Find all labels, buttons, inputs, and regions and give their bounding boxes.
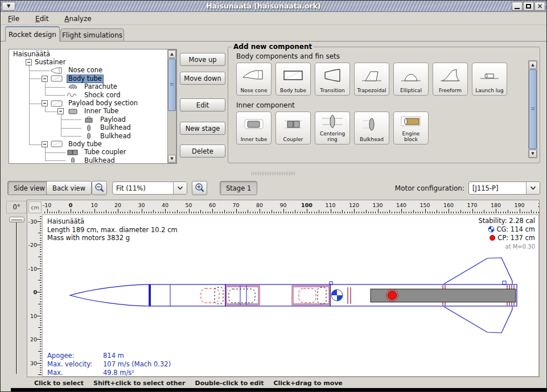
add-inner-tube-button[interactable]: Inner tube (236, 112, 272, 145)
body-components-label: Body components and fin sets (236, 52, 534, 60)
scroll-down-icon[interactable]: ▼ (529, 150, 537, 158)
tree-item-label[interactable]: Body tube (67, 141, 103, 148)
rotation-slider-handle[interactable] (9, 217, 24, 222)
tree-scrollbar-thumb[interactable] (168, 59, 176, 111)
component-scrollbar-thumb[interactable] (529, 69, 537, 149)
tree-item-label[interactable]: Inner Tube (83, 108, 120, 115)
tree-item[interactable]: Nose cone (10, 67, 167, 75)
tree-item[interactable]: Payload (10, 115, 167, 123)
ruler-tick (40, 238, 42, 238)
ruler-tick (326, 212, 326, 214)
tree-item-label[interactable]: Payload (99, 116, 127, 123)
tree-expander-icon[interactable] (42, 100, 48, 106)
tree-item-label[interactable]: Sustainer (34, 59, 67, 66)
delete-button[interactable]: Delete (180, 145, 225, 158)
ruler-tick (387, 212, 388, 214)
ruler-tick (267, 212, 268, 214)
tree-item[interactable]: Bulkhead (10, 132, 167, 140)
motor-configuration-label: Motor configuration: (395, 181, 464, 195)
zoom-in-button[interactable] (192, 181, 207, 195)
split-pane-divider[interactable] (1, 167, 546, 180)
tab-rocket-design[interactable]: Rocket design (5, 26, 60, 42)
stage-1-toggle[interactable]: Stage 1 (220, 181, 257, 195)
menu-edit[interactable]: Edit (34, 14, 50, 24)
zoom-select[interactable]: Fit (11%) (112, 181, 187, 195)
tree-expander-icon[interactable] (42, 76, 48, 82)
tree-item[interactable]: Body tube (10, 140, 167, 148)
component-scrollbar[interactable]: ▲ ▼ (528, 60, 537, 158)
close-button[interactable]: ✕ (534, 2, 545, 11)
tree-item-label[interactable]: Nose cone (67, 67, 104, 74)
ruler-tick (272, 210, 272, 213)
title-bar[interactable]: ▼ Haisunäätä (haisunaata.ork) ✕ (1, 1, 546, 12)
tree-item[interactable]: Bulkhead (10, 124, 167, 132)
desktop-strip (11, 388, 546, 391)
rotation-slider-track[interactable] (16, 219, 18, 374)
tree-item-label[interactable]: Shock cord (83, 92, 121, 99)
ruler-tick (467, 212, 468, 214)
maximize-button[interactable] (523, 2, 534, 11)
tree-item-label[interactable]: Haisunäätä (12, 51, 51, 58)
tree-item[interactable]: Haisunäätä (10, 50, 167, 58)
add-engine-block-button[interactable]: Engine block (393, 112, 429, 145)
menu-analyze[interactable]: Analyze (63, 14, 93, 24)
tree-scrollbar[interactable]: ▲ ▼ (167, 49, 176, 163)
add-launch-lug-button[interactable]: Launch lug (472, 63, 507, 96)
add-bulkhead-button[interactable]: Bulkhead (354, 112, 389, 145)
rocket-canvas[interactable]: Haisunäätä Length 189 cm, max. diameter … (42, 214, 539, 377)
tree-item[interactable]: Bulkhead (10, 156, 167, 163)
tree-item-label[interactable]: Bulkhead (99, 124, 132, 131)
add-freeform-button[interactable]: Freeform (433, 63, 468, 96)
ruler-tick (500, 212, 501, 214)
tree-item[interactable]: Payload body section (10, 99, 167, 107)
tree-expander-icon[interactable] (57, 108, 64, 114)
move-down-button[interactable]: Move down (180, 72, 225, 85)
add-centering-ring-button[interactable]: Centering ring (315, 112, 350, 145)
scroll-up-icon[interactable]: ▲ (529, 61, 537, 69)
scroll-down-icon[interactable]: ▼ (168, 155, 176, 163)
design-panel: HaisunäätäSustainerNose coneBody tubePar… (1, 41, 546, 167)
tree-item-label[interactable]: Body tube (67, 75, 103, 82)
diagram-scroll-area: cm -100102030405060708090100110120130140… (27, 200, 540, 377)
scroll-up-icon[interactable]: ▲ (168, 50, 176, 58)
move-up-button[interactable]: Move up (180, 53, 225, 66)
tab-flight-simulations[interactable]: Flight simulations (60, 28, 124, 42)
add-body-tube-button[interactable]: Body tube (275, 63, 311, 96)
tree-item[interactable]: Inner Tube (10, 108, 167, 115)
side-view-button[interactable]: Side view (7, 181, 51, 195)
tree-item[interactable]: Tube coupler (10, 148, 167, 156)
menu-file[interactable]: File (6, 14, 21, 24)
tree-item-label[interactable]: Bulkhead (99, 133, 132, 140)
new-stage-button[interactable]: New stage (180, 122, 225, 135)
ruler-tick (40, 259, 42, 259)
edit-button[interactable]: Edit (180, 98, 225, 112)
tree-item[interactable]: Shock cord (10, 91, 167, 99)
tree-item-label[interactable]: Bulkhead (83, 157, 116, 163)
tree-item[interactable]: Sustainer (10, 58, 167, 66)
add-transition-button[interactable]: Transition (315, 63, 350, 96)
window-menu-icon[interactable]: ▼ (2, 2, 15, 11)
tree-item[interactable]: Body tube (10, 75, 167, 82)
add-nose-cone-button[interactable]: Nose cone (236, 63, 272, 96)
tree-expander-icon[interactable] (26, 59, 32, 65)
ruler-tick (40, 329, 42, 330)
ruler-tick (61, 212, 61, 214)
add-coupler-button[interactable]: Coupler (275, 112, 311, 145)
add-elliptical-button[interactable]: Elliptical (393, 63, 429, 96)
inner-components-row: Inner tubeCouplerCentering ringBulkheadE… (236, 112, 534, 145)
tree-item[interactable]: Parachute (10, 83, 167, 91)
mach-condition: at M=0.30 (478, 242, 535, 251)
divider-grip-icon[interactable] (252, 172, 296, 175)
ruler-tick (413, 210, 414, 213)
tree-item-label[interactable]: Parachute (83, 83, 118, 90)
zoom-out-button[interactable] (92, 181, 107, 195)
tree-item-label[interactable]: Payload body section (67, 100, 139, 107)
tree-item-label[interactable]: Tube coupler (83, 148, 128, 156)
tree-expander-icon[interactable] (42, 141, 48, 147)
ruler-tick (442, 212, 442, 214)
minimize-button[interactable] (512, 2, 523, 11)
motor-configuration-select[interactable]: [J115-P] (468, 181, 540, 195)
back-view-button[interactable]: Back view (46, 181, 92, 195)
ruler-tick (37, 316, 42, 316)
add-trapezoidal-button[interactable]: Trapezoidal (354, 63, 389, 96)
